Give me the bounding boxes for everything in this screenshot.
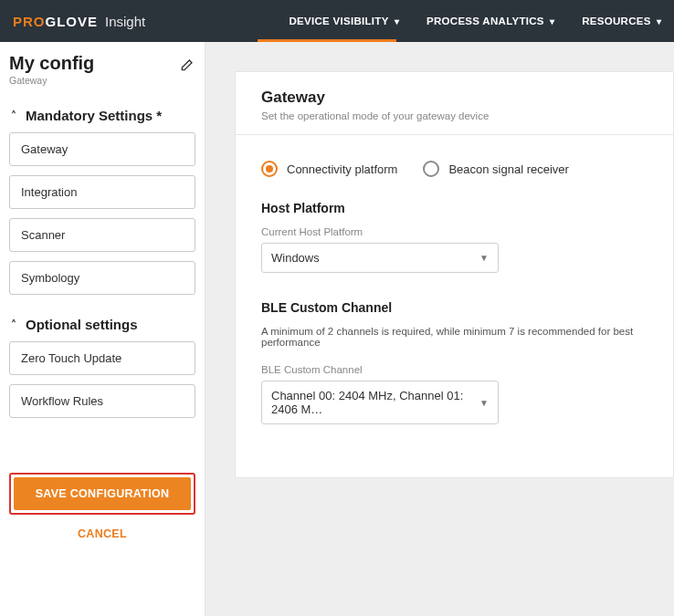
section-mandatory-header[interactable]: ˄ Mandatory Settings * [11, 108, 195, 123]
config-title: My config [9, 53, 94, 74]
sidebar-item-symbology[interactable]: Symbology [9, 261, 195, 295]
gateway-card: Gateway Set the operational mode of your… [235, 71, 674, 478]
nav-label: PROCESS ANALYTICS [427, 16, 544, 26]
chevron-down-icon: ▼ [479, 398, 489, 408]
edit-icon[interactable] [177, 57, 195, 75]
chevron-down-icon: ▾ [550, 16, 554, 26]
config-subtitle: Gateway [9, 75, 94, 86]
ble-note: A minimum of 2 channels is required, whi… [261, 326, 648, 348]
chevron-up-icon: ˄ [11, 110, 16, 122]
brand-logo-part1: PRO [13, 14, 46, 29]
nav-device-visibility[interactable]: DEVICE VISIBILITY ▾ [289, 16, 399, 26]
app-header: PROGLOVE Insight DEVICE VISIBILITY ▾ PRO… [0, 0, 674, 42]
active-tab-indicator [258, 39, 396, 42]
sidebar-item-workflow-rules[interactable]: Workflow Rules [9, 384, 195, 418]
cancel-button[interactable]: CANCEL [9, 527, 195, 540]
host-platform-block: Host Platform Current Host Platform Wind… [261, 201, 648, 273]
nav-process-analytics[interactable]: PROCESS ANALYTICS ▾ [427, 16, 554, 26]
nav-label: RESOURCES [582, 16, 651, 26]
radio-label: Beacon signal receiver [448, 162, 569, 176]
radio-icon [261, 161, 278, 177]
ble-label: BLE Custom Channel [261, 364, 648, 375]
section-optional-header[interactable]: ˄ Optional settings [11, 317, 195, 332]
gateway-mode-radio-group: Connectivity platform Beacon signal rece… [261, 161, 648, 177]
host-platform-heading: Host Platform [261, 201, 648, 215]
radio-label: Connectivity platform [287, 162, 397, 176]
section-optional-label: Optional settings [26, 317, 138, 332]
main-content: Gateway Set the operational mode of your… [205, 42, 674, 616]
card-title: Gateway [261, 89, 648, 107]
chevron-up-icon: ˄ [11, 318, 16, 331]
sidebar-item-gateway[interactable]: Gateway [9, 132, 195, 166]
ble-heading: BLE Custom Channel [261, 300, 648, 315]
divider [236, 134, 673, 135]
chevron-down-icon: ▼ [479, 253, 489, 263]
radio-beacon-signal-receiver[interactable]: Beacon signal receiver [423, 161, 569, 177]
radio-icon [423, 161, 439, 177]
brand: PROGLOVE Insight [13, 14, 145, 29]
host-platform-select[interactable]: Windows ▼ [261, 243, 499, 273]
save-configuration-button[interactable]: SAVE CONFIGURATION [14, 477, 191, 510]
chevron-down-icon: ▾ [657, 16, 661, 26]
brand-logo-part2: GLOVE [46, 14, 99, 29]
sidebar: My config Gateway ˄ Mandatory Settings *… [0, 42, 205, 616]
nav-resources[interactable]: RESOURCES ▾ [582, 16, 661, 26]
select-value: Windows [271, 251, 320, 265]
top-nav: DEVICE VISIBILITY ▾ PROCESS ANALYTICS ▾ … [289, 16, 661, 26]
brand-logo: PROGLOVE [13, 14, 98, 29]
chevron-down-icon: ▾ [395, 16, 399, 26]
brand-subtitle: Insight [105, 14, 145, 29]
sidebar-item-integration[interactable]: Integration [9, 175, 195, 209]
nav-label: DEVICE VISIBILITY [289, 16, 388, 26]
host-platform-label: Current Host Platform [261, 226, 648, 237]
radio-connectivity-platform[interactable]: Connectivity platform [261, 161, 397, 177]
save-button-highlight: SAVE CONFIGURATION [9, 473, 195, 515]
section-mandatory-label: Mandatory Settings * [26, 108, 162, 123]
sidebar-item-zero-touch[interactable]: Zero Touch Update [9, 341, 195, 375]
ble-channel-select[interactable]: Channel 00: 2404 MHz, Channel 01: 2406 M… [261, 381, 499, 424]
card-subtitle: Set the operational mode of your gateway… [261, 110, 648, 121]
ble-channel-block: BLE Custom Channel A minimum of 2 channe… [261, 300, 648, 424]
select-value: Channel 00: 2404 MHz, Channel 01: 2406 M… [271, 389, 470, 416]
sidebar-item-scanner[interactable]: Scanner [9, 218, 195, 252]
